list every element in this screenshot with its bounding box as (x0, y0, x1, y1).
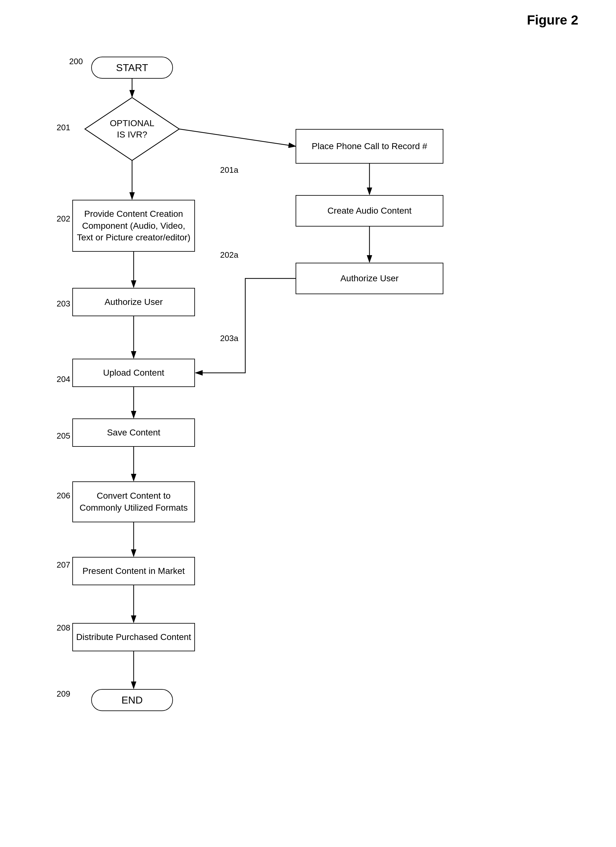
start-label: START (116, 62, 148, 74)
box-207-label: Present Content in Market (83, 565, 184, 577)
box-204: Upload Content (72, 359, 195, 387)
box-206-line2: Commonly Utilized Formats (80, 502, 188, 514)
box-203a-label: Authorize User (340, 273, 398, 285)
box-204-label: Upload Content (103, 367, 165, 379)
label-201a: 201a (220, 165, 238, 175)
svg-line-4 (179, 129, 296, 146)
start-node: START (91, 57, 173, 79)
label-207: 207 (57, 560, 70, 570)
label-202: 202 (57, 214, 70, 224)
label-200: 200 (69, 57, 83, 66)
box-202-line3: Text or Picture creator/editor) (77, 232, 190, 243)
label-203: 203 (57, 299, 70, 308)
box-201a: Place Phone Call to Record # (296, 129, 444, 164)
box-202: Provide Content Creation Component (Audi… (72, 200, 195, 252)
box-205-label: Save Content (107, 426, 161, 438)
end-label: END (121, 694, 143, 706)
box-206: Convert Content to Commonly Utilized For… (72, 481, 195, 522)
box-206-line1: Convert Content to (80, 490, 188, 502)
label-205: 205 (57, 431, 70, 441)
label-206: 206 (57, 491, 70, 500)
box-205: Save Content (72, 419, 195, 447)
diamond-text: OPTIONAL IS IVR? (85, 97, 179, 161)
box-208: Distribute Purchased Content (72, 623, 195, 651)
box-202a: Create Audio Content (296, 195, 444, 227)
diamond-line1: OPTIONAL (110, 118, 155, 129)
box-202-line1: Provide Content Creation (77, 208, 190, 220)
box-202-line2: Component (Audio, Video, (77, 220, 190, 232)
end-node: END (91, 689, 173, 711)
label-202a: 202a (220, 250, 238, 260)
box-201a-label: Place Phone Call to Record # (312, 140, 427, 152)
box-207: Present Content in Market (72, 557, 195, 585)
box-203: Authorize User (72, 288, 195, 316)
box-208-label: Distribute Purchased Content (76, 631, 191, 643)
box-203-label: Authorize User (105, 296, 162, 308)
label-209: 209 (57, 689, 70, 699)
flowchart: 200 201 201a 202 202a 203 203a 204 205 2… (25, 25, 591, 837)
box-203a: Authorize User (296, 263, 444, 294)
box-202a-label: Create Audio Content (327, 205, 412, 217)
label-204: 204 (57, 375, 70, 384)
label-208: 208 (57, 623, 70, 633)
diamond-node: OPTIONAL IS IVR? (85, 97, 179, 161)
label-201: 201 (57, 123, 70, 133)
label-203a: 203a (220, 333, 238, 343)
diamond-line2: IS IVR? (110, 129, 155, 140)
